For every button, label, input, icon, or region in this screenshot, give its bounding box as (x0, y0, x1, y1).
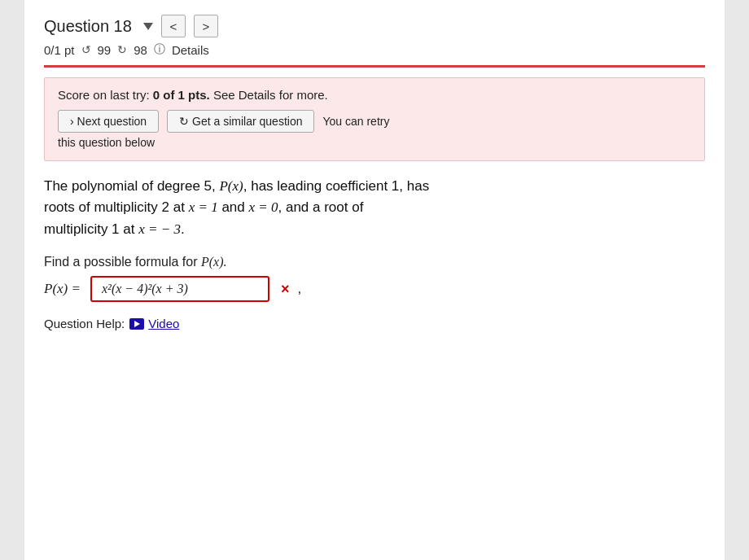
formula-input[interactable] (90, 276, 269, 302)
video-link[interactable]: Video (129, 317, 179, 330)
score-bold: 0 of 1 pts. (153, 88, 210, 102)
info-box-score: Score on last try: 0 of 1 pts. See Detai… (58, 88, 691, 102)
formula-eq-label: P(x) = (44, 281, 81, 297)
details-link[interactable]: Details (172, 43, 209, 57)
info-icon[interactable]: ⓘ (154, 42, 165, 57)
formula-label-math: P(x). (201, 255, 227, 269)
score-prefix: Score on last try: (58, 88, 153, 102)
info-box: Score on last try: 0 of 1 pts. See Detai… (44, 77, 705, 161)
math-x1: x = 1 (189, 199, 218, 215)
undo-count: 99 (98, 43, 112, 57)
next-question-button[interactable]: › Next question (58, 110, 159, 133)
video-icon (129, 318, 144, 330)
question-help: Question Help: Video (44, 317, 705, 330)
similar-question-button[interactable]: ↻ Get a similar question (167, 110, 314, 133)
question-body: The polynomial of degree 5, P(x), has le… (44, 176, 705, 240)
undo-icon[interactable]: ↺ (81, 43, 91, 56)
math-x3: x = − 3 (138, 221, 181, 237)
formula-section: Find a possible formula for P(x). P(x) =… (44, 255, 705, 302)
next-button[interactable]: > (194, 15, 218, 37)
header-row: Question 18 < > (44, 15, 705, 37)
formula-clear-icon[interactable]: × (281, 281, 290, 298)
math-x2: x = 0 (248, 199, 278, 215)
score-suffix: See Details for more. (210, 88, 328, 102)
question-below-text: this question below (58, 136, 691, 149)
dropdown-icon[interactable] (143, 23, 153, 30)
math-px: P(x) (219, 178, 243, 194)
main-container: Question 18 < > 0/1 pt ↺ 99 ↻ 98 ⓘ Detai… (24, 0, 725, 560)
question-title: Question 18 (44, 17, 132, 36)
question-help-label: Question Help: (44, 317, 125, 330)
formula-row: P(x) = × , (44, 276, 705, 302)
score-label: 0/1 pt (44, 43, 75, 57)
refresh-icon[interactable]: ↻ (117, 43, 127, 56)
score-row: 0/1 pt ↺ 99 ↻ 98 ⓘ Details (44, 42, 705, 57)
refresh-count: 98 (134, 43, 147, 57)
retry-text: You can retry (322, 115, 389, 128)
prev-button[interactable]: < (161, 15, 186, 37)
info-box-buttons: › Next question ↻ Get a similar question… (58, 110, 691, 133)
divider (44, 65, 705, 68)
video-label: Video (148, 317, 179, 330)
formula-comma: , (298, 281, 302, 297)
formula-label: Find a possible formula for P(x). (44, 255, 705, 269)
formula-label-prefix: Find a possible formula for (44, 255, 201, 269)
